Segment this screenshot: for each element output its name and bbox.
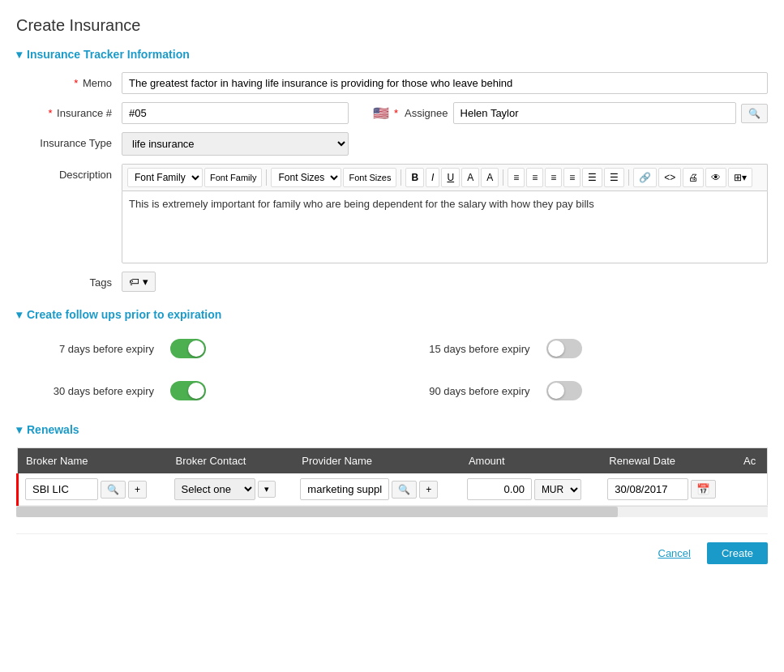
renewal-date-cell: 📅 bbox=[601, 473, 735, 506]
flag-icon: 🇺🇸 bbox=[373, 105, 389, 121]
col-ac: Ac bbox=[735, 448, 767, 474]
bold-button[interactable]: B bbox=[405, 168, 424, 187]
followup-15days-toggle[interactable] bbox=[546, 339, 582, 358]
memo-input[interactable] bbox=[122, 72, 768, 94]
renewals-section: ▾ Renewals Broker Name Broker Contact Pr… bbox=[16, 423, 768, 517]
renewal-date-input[interactable] bbox=[607, 478, 688, 500]
font-family-button[interactable]: Font Family bbox=[204, 168, 262, 187]
followup-header[interactable]: ▾ Create follow ups prior to expiration bbox=[16, 308, 768, 321]
align-center-button[interactable]: ≡ bbox=[526, 168, 543, 187]
followup-7days-toggle[interactable] bbox=[170, 339, 206, 358]
toolbar-sep-4 bbox=[628, 169, 629, 186]
renewal-date-group: 📅 bbox=[607, 478, 729, 500]
ordered-list-button[interactable]: ☰ bbox=[604, 168, 624, 187]
renewals-thead: Broker Name Broker Contact Provider Name… bbox=[18, 448, 768, 474]
provider-name-add-button[interactable]: + bbox=[419, 481, 438, 499]
description-control: Font Family Font Family Font Sizes Font … bbox=[122, 164, 768, 263]
font-family-select[interactable]: Font Family bbox=[127, 168, 203, 187]
calendar-button[interactable]: 📅 bbox=[691, 480, 716, 499]
broker-contact-cell: Select one ▾ bbox=[168, 473, 294, 506]
assignee-input[interactable] bbox=[453, 102, 736, 124]
renewals-chevron-icon[interactable]: ▾ bbox=[16, 423, 22, 436]
table-button[interactable]: ⊞▾ bbox=[728, 168, 752, 187]
create-button[interactable]: Create bbox=[707, 542, 768, 564]
justify-button[interactable]: ≡ bbox=[563, 168, 581, 187]
assignee-row: 🇺🇸 * Assignee 🔍 bbox=[373, 102, 768, 124]
followup-30days-toggle[interactable] bbox=[170, 381, 206, 400]
amount-cell: MUR bbox=[461, 473, 601, 506]
print-button[interactable]: 🖨 bbox=[683, 168, 704, 187]
provider-name-search-button[interactable]: 🔍 bbox=[392, 481, 417, 499]
assignee-label: Assignee bbox=[405, 107, 448, 119]
font-size-button[interactable]: Font Sizes bbox=[343, 168, 396, 187]
broker-name-search-button[interactable]: 🔍 bbox=[101, 481, 126, 499]
provider-name-input[interactable] bbox=[300, 478, 389, 500]
preview-button[interactable]: 👁 bbox=[705, 168, 726, 187]
col-broker-name: Broker Name bbox=[18, 448, 168, 474]
memo-label: * Memo bbox=[16, 72, 122, 89]
toolbar-sep-2 bbox=[401, 169, 401, 186]
insurance-type-select[interactable]: life insurance health insurance auto ins… bbox=[122, 132, 349, 156]
broker-contact-dropdown-button[interactable]: ▾ bbox=[258, 481, 276, 498]
cancel-button[interactable]: Cancel bbox=[650, 542, 699, 564]
followup-90days-label: 90 days before expiry bbox=[392, 385, 538, 397]
tags-row: Tags 🏷 ▾ bbox=[16, 272, 768, 292]
followup-90days: 90 days before expiry bbox=[392, 375, 769, 407]
renewals-label: Renewals bbox=[27, 423, 79, 436]
broker-contact-select[interactable]: Select one bbox=[174, 478, 255, 500]
broker-name-add-button[interactable]: + bbox=[128, 481, 147, 499]
amount-input[interactable] bbox=[467, 478, 532, 500]
broker-name-cell: 🔍 + bbox=[18, 473, 168, 506]
toggle-7days-knob bbox=[188, 340, 204, 357]
italic-button[interactable]: I bbox=[426, 168, 439, 187]
link-button[interactable]: 🔗 bbox=[633, 168, 657, 187]
highlight-button[interactable]: A bbox=[481, 168, 499, 187]
list-button[interactable]: ☰ bbox=[582, 168, 602, 187]
underline-button[interactable]: U bbox=[441, 168, 460, 187]
inline-fields: 🇺🇸 * Assignee 🔍 bbox=[122, 102, 768, 124]
provider-name-group: 🔍 + bbox=[300, 478, 454, 500]
col-provider-name: Provider Name bbox=[293, 448, 461, 474]
followup-grid: 7 days before expiry 15 days before expi… bbox=[16, 332, 768, 407]
followup-30days: 30 days before expiry bbox=[16, 375, 392, 407]
align-right-button[interactable]: ≡ bbox=[545, 168, 562, 187]
col-amount: Amount bbox=[461, 448, 601, 474]
insurance-tracker-label: Insurance Tracker Information bbox=[27, 48, 190, 61]
followup-section: ▾ Create follow ups prior to expiration … bbox=[16, 308, 768, 407]
description-content: This is extremely important for family w… bbox=[129, 198, 594, 210]
insurance-tracker-section: ▾ Insurance Tracker Information * Memo *… bbox=[16, 48, 768, 292]
broker-name-input[interactable] bbox=[25, 478, 98, 500]
broker-contact-group: Select one ▾ bbox=[174, 478, 288, 500]
description-editor[interactable]: This is extremely important for family w… bbox=[122, 190, 768, 263]
tags-label: Tags bbox=[16, 272, 122, 289]
insurance-tracker-header[interactable]: ▾ Insurance Tracker Information bbox=[16, 48, 768, 61]
description-row: Description Font Family Font Family Font… bbox=[16, 164, 768, 263]
followup-30days-label: 30 days before expiry bbox=[16, 385, 162, 397]
col-broker-contact: Broker Contact bbox=[168, 448, 294, 474]
footer: Cancel Create bbox=[16, 533, 768, 564]
font-color-button[interactable]: A bbox=[461, 168, 479, 187]
font-size-select[interactable]: Font Sizes bbox=[271, 168, 341, 187]
followup-15days-label: 15 days before expiry bbox=[392, 343, 538, 355]
renewals-header[interactable]: ▾ Renewals bbox=[16, 423, 768, 436]
assignee-search-button[interactable]: 🔍 bbox=[741, 104, 768, 123]
insurance-type-row: Insurance Type life insurance health ins… bbox=[16, 132, 768, 156]
followup-7days: 7 days before expiry bbox=[16, 332, 392, 365]
insurance-type-control: life insurance health insurance auto ins… bbox=[122, 132, 768, 156]
followup-chevron-icon[interactable]: ▾ bbox=[16, 308, 22, 321]
col-renewal-date: Renewal Date bbox=[601, 448, 735, 474]
toolbar-sep-1 bbox=[266, 169, 267, 186]
provider-name-cell: 🔍 + bbox=[293, 473, 461, 506]
code-button[interactable]: <> bbox=[658, 168, 681, 187]
align-left-button[interactable]: ≡ bbox=[508, 168, 525, 187]
page-title: Create Insurance bbox=[16, 16, 768, 35]
memo-control bbox=[122, 72, 768, 94]
followup-90days-toggle[interactable] bbox=[546, 381, 582, 400]
insurance-num-label: * Insurance # bbox=[16, 102, 122, 119]
currency-select[interactable]: MUR bbox=[534, 479, 581, 500]
insurance-num-input[interactable] bbox=[122, 102, 349, 124]
toggle-30days-knob bbox=[188, 383, 204, 399]
insurance-type-label: Insurance Type bbox=[16, 132, 122, 149]
chevron-icon[interactable]: ▾ bbox=[16, 48, 22, 61]
tags-button[interactable]: 🏷 ▾ bbox=[122, 272, 156, 292]
